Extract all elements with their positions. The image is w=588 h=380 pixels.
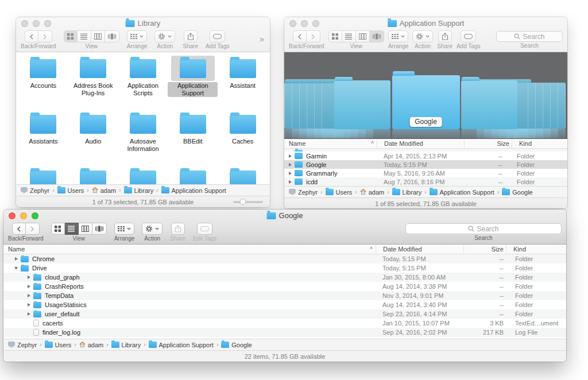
share-button[interactable] <box>184 30 198 42</box>
add-tags-button[interactable] <box>461 30 476 42</box>
path-item[interactable]: Library <box>111 342 141 348</box>
arrange-button[interactable] <box>388 30 408 42</box>
slider-knob[interactable] <box>240 199 246 205</box>
close-button[interactable] <box>289 20 296 27</box>
minimize-button[interactable] <box>20 212 27 219</box>
disclosure-triangle[interactable] <box>287 170 293 176</box>
column-header-date[interactable]: Date Modified <box>377 139 464 148</box>
disclosure-triangle[interactable] <box>287 153 293 159</box>
cover-flow-view[interactable]: Google <box>284 52 567 139</box>
path-item[interactable]: Zephyr <box>8 342 37 348</box>
list-row[interactable]: GrammarlyMay 5, 2016, 9:26 AM--Folder <box>284 169 567 177</box>
share-button[interactable] <box>171 223 185 235</box>
path-item[interactable]: Application Support <box>430 189 494 196</box>
forward-button[interactable] <box>26 223 40 235</box>
view-list-button[interactable] <box>342 30 356 42</box>
view-columns-button[interactable] <box>79 223 92 235</box>
forward-button[interactable] <box>38 30 52 42</box>
icon-grid-item[interactable] <box>18 167 68 184</box>
path-item[interactable]: Google <box>221 342 252 348</box>
icon-grid-item[interactable]: Assistant <box>218 56 268 111</box>
list-row[interactable]: finder_log.logSep 24, 2016, 2:02 PM217 K… <box>3 328 566 337</box>
disclosure-triangle[interactable] <box>25 274 32 280</box>
icon-grid-item[interactable]: Address Book Plug-Ins <box>68 56 118 111</box>
icon-grid-item[interactable]: Assistants <box>18 111 68 167</box>
path-item[interactable]: Zephyr <box>21 187 49 194</box>
disclosure-triangle[interactable] <box>287 179 293 185</box>
disclosure-triangle[interactable] <box>13 256 20 262</box>
disclosure-triangle[interactable] <box>25 311 32 317</box>
icon-grid-item[interactable]: Application Support <box>168 56 218 111</box>
view-coverflow-button[interactable] <box>92 223 107 235</box>
zoom-button[interactable] <box>32 212 38 219</box>
search-input[interactable]: Search <box>496 31 563 42</box>
view-icons-button[interactable] <box>64 30 78 42</box>
coverflow-folder[interactable] <box>334 80 390 129</box>
list-row[interactable]: UsageStatisicsAug 14, 2014, 3:40 PM--Fol… <box>3 300 566 309</box>
path-item[interactable]: Users <box>326 189 353 196</box>
icon-grid-item[interactable] <box>118 167 168 184</box>
path-item[interactable]: Application Support <box>161 187 226 194</box>
close-button[interactable] <box>9 212 16 219</box>
add-tags-button[interactable] <box>210 30 225 42</box>
titlebar[interactable]: Library <box>16 17 270 29</box>
list-row[interactable]: GoogleToday, 5:15 PM--Folder <box>284 160 567 169</box>
icon-grid-item[interactable]: Application Scripts <box>118 56 168 111</box>
path-item[interactable]: adam <box>360 189 385 196</box>
search-input[interactable]: Search <box>405 223 562 234</box>
view-list-button[interactable] <box>78 30 91 42</box>
toolbar-overflow-button[interactable]: » <box>260 34 264 44</box>
action-button[interactable] <box>142 223 163 235</box>
disclosure-triangle[interactable] <box>25 293 32 298</box>
path-item[interactable]: Application Support <box>149 342 214 348</box>
icon-grid-item[interactable] <box>168 167 218 184</box>
path-item[interactable]: Zephyr <box>289 189 318 196</box>
disclosure-triangle[interactable] <box>25 284 32 289</box>
zoom-button[interactable] <box>312 20 319 27</box>
action-button[interactable] <box>412 30 433 42</box>
view-coverflow-button[interactable] <box>370 30 384 42</box>
view-icons-button[interactable] <box>328 30 342 42</box>
disclosure-triangle[interactable] <box>13 265 20 271</box>
disclosure-triangle[interactable] <box>25 302 32 308</box>
edit-tags-button[interactable] <box>197 223 212 235</box>
column-header-size[interactable]: Size <box>463 245 506 254</box>
path-item[interactable]: Users <box>45 342 72 348</box>
list-row[interactable]: icddAug 7, 2016, 8:16 PM--Folder <box>284 177 567 186</box>
view-icons-button[interactable] <box>51 223 65 235</box>
arrange-button[interactable] <box>114 223 134 235</box>
disclosure-triangle[interactable] <box>287 162 293 168</box>
column-header-date[interactable]: Date Modified <box>376 245 463 254</box>
list-row[interactable]: GarminApr 14, 2015, 2:13 PM--Folder <box>284 152 567 160</box>
coverflow-folder[interactable] <box>461 80 517 129</box>
path-item[interactable]: adam <box>79 342 104 348</box>
action-button[interactable] <box>154 30 175 42</box>
path-item[interactable]: Users <box>57 187 84 194</box>
titlebar[interactable]: Google <box>3 210 566 222</box>
minimize-button[interactable] <box>33 20 40 27</box>
view-columns-button[interactable] <box>91 30 105 42</box>
icon-grid-item[interactable]: Audio <box>68 111 118 167</box>
column-header-name[interactable]: Name^ <box>284 139 377 148</box>
arrange-button[interactable] <box>127 30 147 42</box>
back-button[interactable] <box>293 30 307 42</box>
view-list-button[interactable] <box>65 223 79 235</box>
zoom-button[interactable] <box>44 20 51 27</box>
icon-grid-item[interactable]: BBEdit <box>168 111 218 167</box>
list-row[interactable]: DriveToday, 5:15 PM--Folder <box>3 263 566 273</box>
list-row[interactable]: TempDataNov 3, 2014, 9:01 PM--Folder <box>3 291 566 300</box>
list-row[interactable]: user_defaultSep 23, 2016, 4:14 PM--Folde… <box>3 309 566 319</box>
close-button[interactable] <box>21 20 28 27</box>
column-header-name[interactable]: Name^ <box>3 245 376 254</box>
icon-grid-item[interactable]: Caches <box>218 111 268 167</box>
path-item[interactable]: Library <box>392 189 422 196</box>
titlebar[interactable]: Application Support <box>284 17 567 29</box>
icon-grid-item[interactable]: Autosave Information <box>118 111 168 167</box>
column-header-kind[interactable]: Kind <box>506 245 566 254</box>
icon-grid-item[interactable] <box>218 167 268 184</box>
list-row-partial[interactable] <box>284 149 567 152</box>
list-row[interactable]: ChromeToday, 5:15 PM--Folder <box>3 254 566 263</box>
back-button[interactable] <box>12 223 26 235</box>
icon-size-slider[interactable] <box>233 201 263 203</box>
back-button[interactable] <box>25 30 38 42</box>
